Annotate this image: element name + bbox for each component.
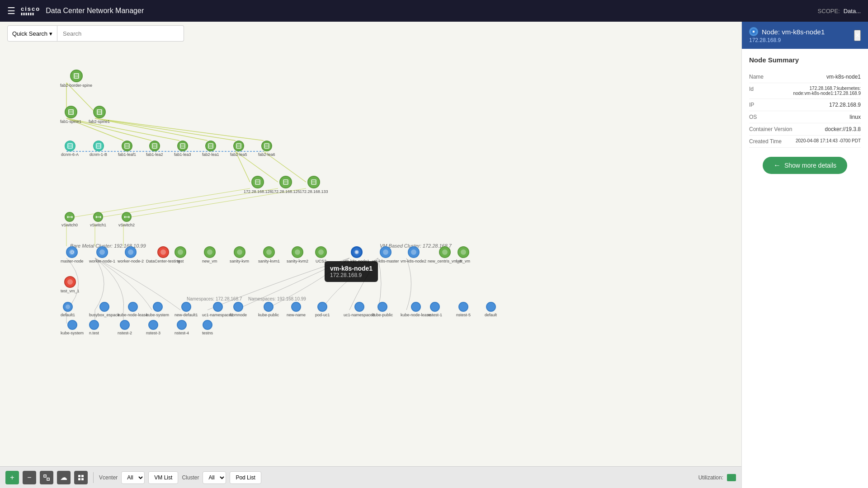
svg-point-88 xyxy=(411,249,416,255)
node-vm-k8s-node1[interactable]: vm-k8s-node1 xyxy=(344,246,369,263)
node-vm-k8s-node2[interactable]: vm-k8s-node2 xyxy=(401,246,426,263)
node-UCS2[interactable]: UCS2 xyxy=(315,246,327,263)
ns2-node-ntest[interactable]: n.test xyxy=(89,320,99,335)
hamburger-icon[interactable]: ☰ xyxy=(7,5,15,16)
ns2-node-nstest4[interactable]: nstest-4 xyxy=(175,320,189,335)
svg-rect-28 xyxy=(98,112,101,113)
ns-node-default2[interactable]: default xyxy=(485,302,497,317)
ns-node-kube-node-lease2[interactable]: kube-node-lease xyxy=(401,302,431,317)
svg-rect-27 xyxy=(98,110,101,111)
node-fab1-lea2[interactable]: fab1-lea2 xyxy=(146,141,163,157)
node-worker-node-2[interactable]: worker-node-2 xyxy=(118,246,144,263)
node-n2[interactable]: 172.28.168.125 xyxy=(272,176,300,194)
ns2-node-kube-system[interactable]: kube-system xyxy=(61,320,84,335)
svg-rect-35 xyxy=(97,144,100,145)
pod-list-button[interactable]: Pod List xyxy=(230,471,261,484)
node-vswitch0[interactable]: ⟷vSwitch0 xyxy=(61,212,78,227)
node-test[interactable]: test xyxy=(175,246,186,263)
svg-rect-47 xyxy=(181,144,184,145)
ns2-node-nstest3[interactable]: nstest-3 xyxy=(146,320,160,335)
svg-rect-99 xyxy=(81,475,84,477)
cisco-logo: cisco ▮▮▮▮▮▮ xyxy=(21,6,40,16)
topnav: ☰ cisco ▮▮▮▮▮▮ Data Center Network Manag… xyxy=(0,0,868,22)
node-vswitch2[interactable]: ⟷vSwitch2 xyxy=(118,212,135,227)
search-input[interactable] xyxy=(57,25,184,42)
node-fab2-lea5[interactable]: fab2-lea5 xyxy=(230,141,247,157)
ns-node-kube-public1[interactable]: kube-public xyxy=(258,302,279,317)
zoom-out-button[interactable]: − xyxy=(23,471,36,484)
svg-rect-48 xyxy=(181,145,184,146)
svg-point-84 xyxy=(318,249,324,255)
node-fab1-spine1[interactable]: fab1-spine1 xyxy=(60,106,81,124)
svg-rect-20 xyxy=(75,75,78,76)
node-n1[interactable]: 172.28.168.128 xyxy=(244,176,272,194)
svg-rect-64 xyxy=(256,182,259,183)
utilization-label: Utilization: xyxy=(698,474,723,481)
ns-node-kube-public2[interactable]: kube-public xyxy=(372,302,393,317)
node-sanity-kvm1[interactable]: sanity-kvm1 xyxy=(258,246,280,263)
ns-node-kube-node-lease1[interactable]: kube-node-lease xyxy=(118,302,148,317)
ns-node-pod-uc1[interactable]: pod-uc1 xyxy=(315,302,330,317)
node-fab1-lea3[interactable]: fab1-lea3 xyxy=(174,141,191,157)
node-fab1-leaf1[interactable]: fab1-leaf1 xyxy=(118,141,136,157)
node-n3[interactable]: 172.28.168.133 xyxy=(300,176,328,194)
node-sanity-kvm2[interactable]: sanity-kvm2 xyxy=(287,246,308,263)
svg-rect-25 xyxy=(69,113,73,114)
zoom-in-button[interactable]: + xyxy=(5,471,19,484)
quick-search-button[interactable]: Quick Search ▾ xyxy=(7,25,57,42)
panel-section-title: Node Summary xyxy=(749,56,861,64)
node-vswitch1[interactable]: ⟷vSwitch1 xyxy=(90,212,106,227)
cluster-select[interactable]: All xyxy=(203,471,226,484)
svg-point-86 xyxy=(355,251,358,253)
panel-close-button[interactable]: × xyxy=(854,30,861,41)
ns-node-uc1-ns3[interactable]: uc1-namespace3 xyxy=(344,302,375,317)
ns-label-2: Namespaces: 192.168.10.99 xyxy=(248,296,306,301)
grid-icon xyxy=(78,474,84,481)
cloud-button[interactable]: ☁ xyxy=(57,471,71,484)
ns-node-busybox[interactable]: busybox_espace xyxy=(89,302,120,317)
vm-list-button[interactable]: VM List xyxy=(148,471,178,484)
node-new-vm[interactable]: new_vm xyxy=(202,246,217,263)
svg-rect-65 xyxy=(256,183,259,184)
svg-rect-36 xyxy=(97,145,100,146)
node-dcnm-6-A[interactable]: dcnm-6-A xyxy=(61,141,79,157)
svg-line-7 xyxy=(95,118,264,141)
node-fab2-spine1[interactable]: fab2-spine1 xyxy=(89,106,110,124)
ns-node-fromnode[interactable]: fromnode xyxy=(230,302,247,317)
svg-point-95 xyxy=(753,31,755,33)
ns-node-nstest-1[interactable]: nstest-1 xyxy=(428,302,442,317)
node-summary-table: Name vm-k8s-node1 Id 172.28.168.7:kubern… xyxy=(749,71,861,148)
svg-rect-32 xyxy=(68,145,72,146)
svg-rect-49 xyxy=(181,147,184,148)
node-last-vm[interactable]: last_vm xyxy=(456,246,470,263)
ns-node-uc1-ns2[interactable]: uc1-namespace2 xyxy=(202,302,233,317)
grid-button[interactable] xyxy=(74,471,88,484)
ns-node-nstest-5[interactable]: nstest-5 xyxy=(456,302,471,317)
show-more-details-button[interactable]: ← Show more details xyxy=(763,157,847,174)
node-test-vm-1[interactable]: test_vm_1 xyxy=(61,276,80,293)
vcenter-select[interactable]: All xyxy=(121,471,145,484)
ns2-node-nstest2[interactable]: nstest-2 xyxy=(118,320,132,335)
node-fab2-lea1[interactable]: fab2-lea1 xyxy=(202,141,219,157)
svg-rect-98 xyxy=(78,475,80,477)
ns2-node-testns[interactable]: testns xyxy=(202,320,213,335)
summary-row-os: OS linux xyxy=(749,111,861,123)
fit-view-button[interactable] xyxy=(40,471,53,484)
node-vm-k8s-master[interactable]: vm-k8s-master xyxy=(372,246,399,263)
node-master-node[interactable]: ⎔master-node xyxy=(61,246,84,263)
svg-rect-41 xyxy=(125,147,129,148)
utilization-bar xyxy=(727,474,736,481)
ns-node-kube-system1[interactable]: kube-system xyxy=(146,302,169,317)
ns-node-default1[interactable]: default1 xyxy=(61,302,75,317)
topology-area: Bare Metal Cluster: 192.168.10.99 VM Bas… xyxy=(0,22,741,488)
svg-point-81 xyxy=(237,249,242,255)
ns-node-new-default[interactable]: new-default1 xyxy=(175,302,198,317)
svg-rect-31 xyxy=(68,144,72,145)
toolbar-divider-1 xyxy=(93,472,94,483)
node-fab2-lea6[interactable]: fab2-lea6 xyxy=(258,141,275,157)
ns-node-new-name[interactable]: new-name xyxy=(287,302,306,317)
node-fab2-border-spine[interactable]: fab2-border-spine xyxy=(60,70,92,88)
node-worker-node-1[interactable]: worker-node-1 xyxy=(89,246,115,263)
node-dcnm-1-B[interactable]: dcnm-1-B xyxy=(90,141,107,157)
node-sanity-kvm[interactable]: sanity-kvm xyxy=(230,246,249,263)
